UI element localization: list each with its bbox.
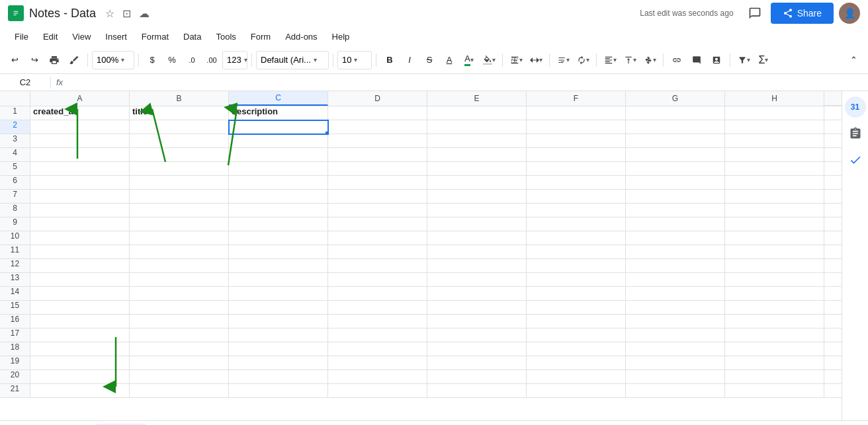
cell-e1[interactable]: [427, 106, 527, 120]
col-header-f[interactable]: F: [527, 91, 626, 106]
user-avatar[interactable]: 👤: [839, 3, 860, 24]
format-paint-button[interactable]: [65, 51, 83, 69]
menu-help[interactable]: Help: [326, 29, 357, 44]
cell-e6[interactable]: [427, 176, 527, 190]
cell-f2[interactable]: [527, 120, 626, 134]
cell-f1[interactable]: [527, 106, 626, 120]
cell-d18[interactable]: [328, 342, 427, 356]
cell-f11[interactable]: [527, 245, 626, 259]
cell-d6[interactable]: [328, 176, 427, 190]
cell-e11[interactable]: [427, 245, 527, 259]
cell-f20[interactable]: [527, 370, 626, 384]
cell-f5[interactable]: [527, 162, 626, 176]
document-title[interactable]: Notes - Data: [29, 7, 96, 20]
borders-button[interactable]: ▾: [507, 51, 525, 69]
cell-g16[interactable]: [626, 315, 725, 328]
cell-g17[interactable]: [626, 328, 725, 342]
cell-d7[interactable]: [328, 190, 427, 204]
cell-b21[interactable]: [130, 384, 229, 398]
cell-d16[interactable]: [328, 315, 427, 328]
cell-e12[interactable]: [427, 259, 527, 273]
cell-f15[interactable]: [527, 301, 626, 315]
cell-h16[interactable]: [725, 315, 824, 328]
cell-c15[interactable]: [229, 301, 328, 315]
cell-d4[interactable]: [328, 148, 427, 162]
cell-h1[interactable]: [725, 106, 824, 120]
col-header-g[interactable]: G: [626, 91, 725, 106]
cell-b16[interactable]: [130, 315, 229, 328]
cell-h7[interactable]: [725, 190, 824, 204]
cell-a7[interactable]: [30, 190, 130, 204]
cell-d21[interactable]: [328, 384, 427, 398]
decimal-dec-button[interactable]: .0: [183, 51, 201, 69]
cell-b18[interactable]: [130, 342, 229, 356]
cell-c16[interactable]: [229, 315, 328, 328]
fill-handle[interactable]: [326, 132, 328, 134]
cell-a3[interactable]: [30, 134, 130, 148]
cell-b10[interactable]: [130, 231, 229, 245]
cell-a9[interactable]: [30, 217, 130, 231]
more-align-button[interactable]: ▾: [640, 51, 659, 69]
cell-a10[interactable]: [30, 231, 130, 245]
cell-c5[interactable]: [229, 162, 328, 176]
cell-g13[interactable]: [626, 273, 725, 287]
cell-a21[interactable]: [30, 384, 130, 398]
cell-g11[interactable]: [626, 245, 725, 259]
cell-a12[interactable]: [30, 259, 130, 273]
menu-edit[interactable]: Edit: [36, 29, 64, 44]
row-num-8[interactable]: 8: [0, 204, 30, 217]
cell-c17[interactable]: [229, 328, 328, 342]
merge-button[interactable]: ▾: [527, 51, 545, 69]
italic-button[interactable]: I: [400, 51, 419, 69]
cell-a5[interactable]: [30, 162, 130, 176]
row-num-2[interactable]: 2: [0, 120, 30, 134]
cell-a17[interactable]: [30, 328, 130, 342]
cell-h10[interactable]: [725, 231, 824, 245]
star-icon[interactable]: ☆: [104, 6, 116, 21]
cell-d8[interactable]: [328, 204, 427, 217]
comment-icon[interactable]: [744, 3, 765, 24]
cell-g19[interactable]: [626, 356, 725, 370]
cell-h18[interactable]: [725, 342, 824, 356]
cell-g10[interactable]: [626, 231, 725, 245]
cell-f4[interactable]: [527, 148, 626, 162]
cell-c18[interactable]: [229, 342, 328, 356]
cell-h5[interactable]: [725, 162, 824, 176]
cell-e18[interactable]: [427, 342, 527, 356]
cell-c20[interactable]: [229, 370, 328, 384]
redo-button[interactable]: ↪: [25, 51, 44, 69]
cell-d19[interactable]: [328, 356, 427, 370]
cell-e16[interactable]: [427, 315, 527, 328]
cell-b3[interactable]: [130, 134, 229, 148]
cell-b1[interactable]: title: [130, 106, 229, 120]
menu-addons[interactable]: Add-ons: [279, 29, 324, 44]
cell-f14[interactable]: [527, 287, 626, 301]
cell-e7[interactable]: [427, 190, 527, 204]
menu-insert[interactable]: Insert: [99, 29, 134, 44]
format-type-dropdown[interactable]: 123 ▾: [222, 51, 247, 69]
cell-d10[interactable]: [328, 231, 427, 245]
collapse-button[interactable]: ⌃: [844, 51, 863, 69]
percent-button[interactable]: %: [163, 51, 181, 69]
cell-b14[interactable]: [130, 287, 229, 301]
col-header-a[interactable]: A: [30, 91, 130, 106]
cell-c19[interactable]: [229, 356, 328, 370]
cell-e3[interactable]: [427, 134, 527, 148]
cell-b13[interactable]: [130, 273, 229, 287]
cell-g3[interactable]: [626, 134, 725, 148]
row-num-13[interactable]: 13: [0, 273, 30, 287]
cell-c6[interactable]: [229, 176, 328, 190]
menu-format[interactable]: Format: [135, 29, 175, 44]
cell-c12[interactable]: [229, 259, 328, 273]
menu-file[interactable]: File: [8, 29, 35, 44]
cell-b5[interactable]: [130, 162, 229, 176]
cell-d14[interactable]: [328, 287, 427, 301]
cell-h11[interactable]: [725, 245, 824, 259]
cell-b2[interactable]: [130, 120, 229, 134]
cell-g21[interactable]: [626, 384, 725, 398]
cell-f16[interactable]: [527, 315, 626, 328]
cell-e8[interactable]: [427, 204, 527, 217]
cell-a8[interactable]: [30, 204, 130, 217]
cell-c10[interactable]: [229, 231, 328, 245]
cell-g20[interactable]: [626, 370, 725, 384]
